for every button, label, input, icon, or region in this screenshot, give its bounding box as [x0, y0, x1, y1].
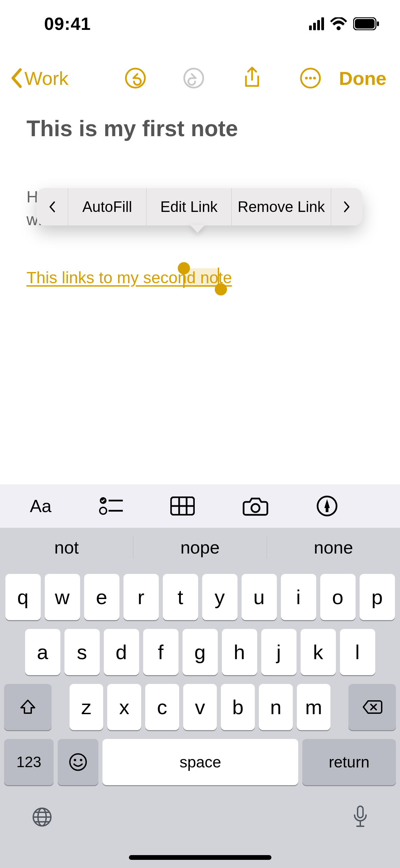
- suggestion-1[interactable]: not: [0, 528, 133, 567]
- svg-rect-2: [377, 21, 379, 26]
- screen: 09:41 Work: [0, 0, 400, 868]
- context-menu-prev[interactable]: [37, 188, 68, 225]
- link-line: This links to my second note: [26, 268, 374, 287]
- key-return[interactable]: return: [302, 739, 396, 785]
- undo-button[interactable]: [123, 66, 148, 90]
- key-j[interactable]: j: [261, 629, 297, 675]
- done-button[interactable]: Done: [339, 67, 386, 89]
- key-c[interactable]: c: [145, 684, 179, 730]
- status-bar: 09:41: [0, 0, 400, 48]
- svg-rect-1: [355, 19, 375, 29]
- home-indicator[interactable]: [129, 855, 271, 860]
- svg-point-6: [305, 77, 308, 79]
- emoji-icon: [69, 753, 87, 771]
- ellipsis-circle-icon: [300, 67, 321, 89]
- status-icons: [309, 17, 380, 30]
- key-i[interactable]: i: [281, 574, 316, 620]
- redo-button[interactable]: [182, 66, 206, 90]
- key-o[interactable]: o: [320, 574, 356, 620]
- keyboard-row-4: 123 space return: [4, 739, 396, 785]
- redo-icon: [183, 67, 205, 89]
- chevron-left-icon: [10, 68, 23, 88]
- key-q[interactable]: q: [5, 574, 41, 620]
- mic-icon: [352, 805, 369, 829]
- key-h[interactable]: h: [222, 629, 257, 675]
- key-space[interactable]: space: [102, 739, 298, 785]
- key-p[interactable]: p: [360, 574, 395, 620]
- markup-button[interactable]: [316, 493, 338, 519]
- share-icon: [243, 66, 262, 90]
- format-bar: Aa: [0, 484, 400, 528]
- key-a[interactable]: a: [25, 629, 60, 675]
- key-z[interactable]: z: [70, 684, 103, 730]
- key-k[interactable]: k: [301, 629, 336, 675]
- context-menu-tail: [190, 225, 205, 233]
- nav-bar: Work Done: [0, 58, 400, 98]
- shift-icon: [19, 698, 37, 716]
- key-e[interactable]: e: [84, 574, 119, 620]
- svg-point-7: [309, 77, 312, 79]
- key-t[interactable]: t: [163, 574, 198, 620]
- note-title[interactable]: This is my first note: [26, 115, 374, 141]
- key-v[interactable]: v: [183, 684, 217, 730]
- cellular-icon: [309, 17, 324, 30]
- suggestion-3[interactable]: none: [267, 528, 400, 567]
- globe-icon: [31, 806, 53, 828]
- share-button[interactable]: [240, 66, 264, 90]
- more-button[interactable]: [298, 66, 323, 90]
- svg-rect-25: [358, 806, 363, 818]
- back-label: Work: [24, 67, 69, 89]
- delete-icon: [362, 700, 382, 715]
- table-button[interactable]: [170, 493, 195, 519]
- key-shift[interactable]: [4, 684, 52, 730]
- keyboard: q w e r t y u i o p a s d f g h j k l: [0, 567, 400, 868]
- pen-circle-icon: [316, 495, 338, 517]
- svg-point-20: [74, 759, 76, 761]
- svg-point-19: [70, 754, 86, 770]
- keyboard-area: Aa not nope none: [0, 484, 400, 868]
- context-menu-autofill[interactable]: AutoFill: [68, 188, 146, 225]
- context-menu: AutoFill Edit Link Remove Link: [37, 188, 362, 225]
- context-menu-next[interactable]: [331, 188, 362, 225]
- checklist-button[interactable]: [99, 493, 123, 519]
- svg-point-21: [80, 759, 82, 761]
- context-menu-edit-link[interactable]: Edit Link: [147, 188, 231, 225]
- key-x[interactable]: x: [107, 684, 141, 730]
- checklist-icon: [99, 496, 123, 516]
- battery-icon: [353, 17, 380, 30]
- key-delete[interactable]: [348, 684, 396, 730]
- key-r[interactable]: r: [123, 574, 159, 620]
- key-l[interactable]: l: [340, 629, 375, 675]
- back-button[interactable]: Work: [10, 67, 69, 89]
- keyboard-row-1: q w e r t y u i o p: [4, 574, 396, 620]
- text-format-button[interactable]: Aa: [30, 493, 52, 519]
- key-d[interactable]: d: [104, 629, 139, 675]
- key-s[interactable]: s: [64, 629, 100, 675]
- key-m[interactable]: m: [297, 684, 331, 730]
- key-numbers[interactable]: 123: [4, 739, 54, 785]
- key-b[interactable]: b: [221, 684, 255, 730]
- dictation-button[interactable]: [352, 805, 369, 831]
- key-emoji[interactable]: [58, 739, 98, 785]
- key-g[interactable]: g: [183, 629, 218, 675]
- keyboard-row-3: z x c v b n m: [4, 684, 396, 730]
- selection-handle-end[interactable]: [215, 283, 227, 295]
- globe-button[interactable]: [31, 806, 53, 829]
- key-n[interactable]: n: [259, 684, 293, 730]
- key-u[interactable]: u: [242, 574, 277, 620]
- svg-point-17: [251, 504, 260, 512]
- key-w[interactable]: w: [45, 574, 80, 620]
- suggestion-bar: not nope none: [0, 528, 400, 567]
- wifi-icon: [330, 17, 347, 30]
- svg-point-11: [100, 507, 107, 514]
- keyboard-bottom: [4, 794, 396, 831]
- key-f[interactable]: f: [143, 629, 178, 675]
- suggestion-2[interactable]: nope: [133, 528, 266, 567]
- table-icon: [170, 496, 195, 516]
- nav-actions: [123, 66, 323, 90]
- context-menu-remove-link[interactable]: Remove Link: [232, 188, 331, 225]
- camera-button[interactable]: [242, 493, 269, 519]
- status-time: 09:41: [44, 14, 91, 34]
- undo-icon: [125, 67, 146, 89]
- key-y[interactable]: y: [202, 574, 237, 620]
